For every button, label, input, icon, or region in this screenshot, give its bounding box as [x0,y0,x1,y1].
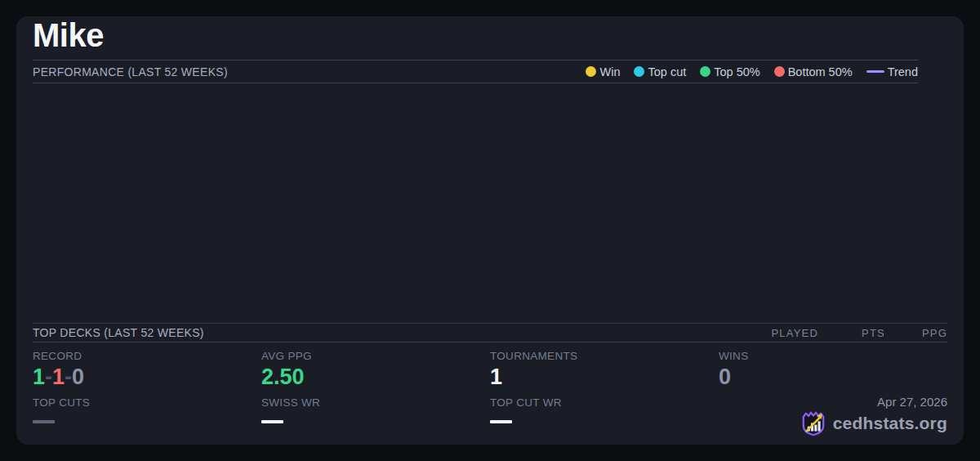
trend-line-icon [866,70,884,73]
stat-record: RECORD 1-1-0 [33,342,261,389]
stat-swiss-wr: SWISS WR [261,389,490,437]
legend-label-trend: Trend [888,65,918,78]
record-draws: 0 [72,365,84,389]
performance-chart-area [33,83,947,323]
top-decks-section-title: TOP DECKS (LAST 52 WEEKS) [33,326,204,339]
stat-top-cut-wr: TOP CUT WR [490,389,719,437]
legend-item-top-50: Top 50% [700,65,760,78]
record-wins: 1 [33,365,45,389]
stat-tournaments-label: TOURNAMENTS [490,350,719,362]
page-title: Mike [33,16,947,55]
legend-item-trend: Trend [866,65,918,78]
card-footer: Apr 27, 2026 cedhstats.org [719,389,947,437]
legend-item-win: Win [586,65,620,78]
player-stats-card: Mike PERFORMANCE (LAST 52 WEEKS) WinTop … [16,16,964,445]
bottom-50-dot-icon [774,66,785,77]
record-separator: - [65,365,72,389]
stat-avg-ppg-value: 2.50 [261,365,490,389]
performance-header: PERFORMANCE (LAST 52 WEEKS) WinTop cutTo… [33,60,918,83]
column-header-ppg: PPG [885,327,947,339]
card-date: Apr 27, 2026 [877,395,947,409]
top-cut-dot-icon [634,66,644,77]
record-separator: - [45,365,52,389]
stats-grid: RECORD 1-1-0 AVG PPG 2.50 TOURNAMENTS 1 … [33,342,947,437]
top-50-dot-icon [700,66,710,77]
legend-item-top-cut: Top cut [634,65,686,78]
cedhstats-shield-logo-icon [800,410,827,437]
stat-top-cuts-value-dash [33,420,55,423]
stat-record-value: 1-1-0 [33,365,261,389]
column-header-played: PLAYED [745,327,818,339]
top-decks-column-headers: PLAYED PTS PPG [745,327,947,339]
legend-label-win: Win [599,65,620,78]
stat-record-label: RECORD [33,350,261,362]
performance-section-title: PERFORMANCE (LAST 52 WEEKS) [33,65,228,78]
legend-label-top-50: Top 50% [714,65,760,78]
stat-top-cut-wr-value-dash [490,420,512,423]
chart-legend: WinTop cutTop 50%Bottom 50%Trend [586,65,918,78]
legend-label-top-cut: Top cut [648,65,686,78]
stat-avg-ppg: AVG PPG 2.50 [261,342,490,389]
legend-item-bottom-50: Bottom 50% [774,65,853,78]
stat-swiss-wr-label: SWISS WR [261,396,490,409]
stat-wins-label: WINS [719,350,947,362]
brand-link: cedhstats.org [833,414,947,433]
stat-wins-value: 0 [719,365,947,389]
stat-swiss-wr-value-dash [261,420,283,423]
stat-top-cuts: TOP CUTS [33,389,261,437]
column-header-pts: PTS [818,327,885,339]
legend-label-bottom-50: Bottom 50% [788,65,853,78]
brand: cedhstats.org [800,410,947,437]
stat-top-cuts-label: TOP CUTS [33,396,261,409]
stat-tournaments: TOURNAMENTS 1 [490,342,719,389]
stat-avg-ppg-label: AVG PPG [261,350,490,362]
stat-top-cut-wr-label: TOP CUT WR [490,396,719,409]
record-losses: 1 [52,365,65,389]
win-dot-icon [586,66,596,77]
top-decks-header: TOP DECKS (LAST 52 WEEKS) PLAYED PTS PPG [33,323,947,342]
stat-tournaments-value: 1 [490,365,719,389]
stat-wins: WINS 0 [719,342,947,389]
